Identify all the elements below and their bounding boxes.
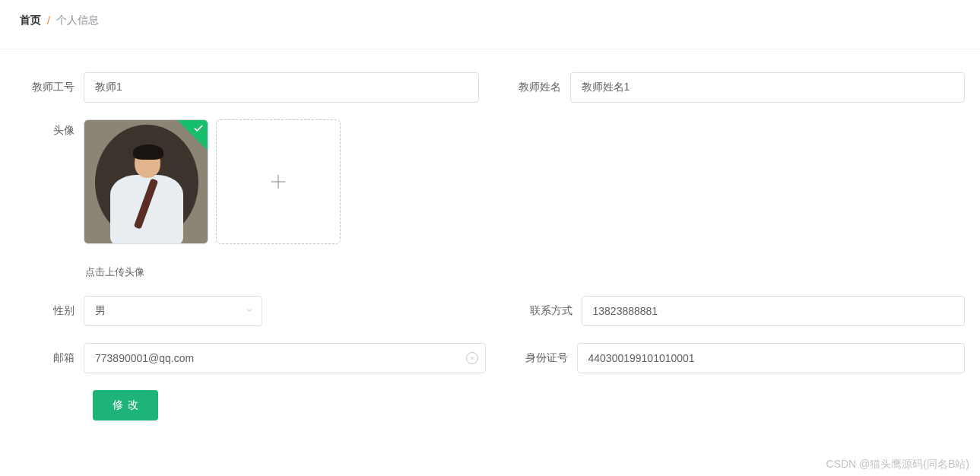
breadcrumb-current: 个人信息 — [56, 14, 99, 27]
breadcrumb-home[interactable]: 首页 — [20, 14, 41, 27]
check-icon — [193, 123, 204, 136]
breadcrumb: 首页 / 个人信息 — [0, 0, 980, 41]
teacher-name-input[interactable] — [570, 72, 966, 103]
gender-value: 男 — [95, 304, 106, 318]
clear-icon[interactable] — [466, 352, 478, 364]
teacher-name-label: 教师姓名 — [502, 81, 570, 94]
contact-input[interactable] — [582, 296, 966, 326]
chevron-down-icon — [245, 305, 254, 317]
teacher-id-input[interactable] — [84, 72, 479, 103]
email-input[interactable] — [84, 343, 486, 373]
avatar-label: 头像 — [15, 119, 84, 138]
upload-hint: 点击上传头像 — [84, 265, 341, 279]
email-label: 邮箱 — [15, 351, 84, 365]
teacher-id-label: 教师工号 — [15, 81, 84, 94]
form-card: 教师工号 教师姓名 头像 — [0, 49, 980, 443]
submit-button[interactable]: 修改 — [93, 390, 158, 420]
breadcrumb-separator: / — [47, 14, 50, 27]
contact-label: 联系方式 — [513, 304, 582, 318]
id-number-input[interactable] — [577, 343, 966, 373]
plus-icon — [268, 171, 289, 192]
avatar-thumbnail[interactable] — [84, 119, 208, 244]
upload-box[interactable] — [216, 119, 341, 244]
id-number-label: 身份证号 — [509, 351, 577, 365]
gender-label: 性别 — [15, 304, 84, 318]
gender-select[interactable]: 男 — [84, 296, 262, 326]
